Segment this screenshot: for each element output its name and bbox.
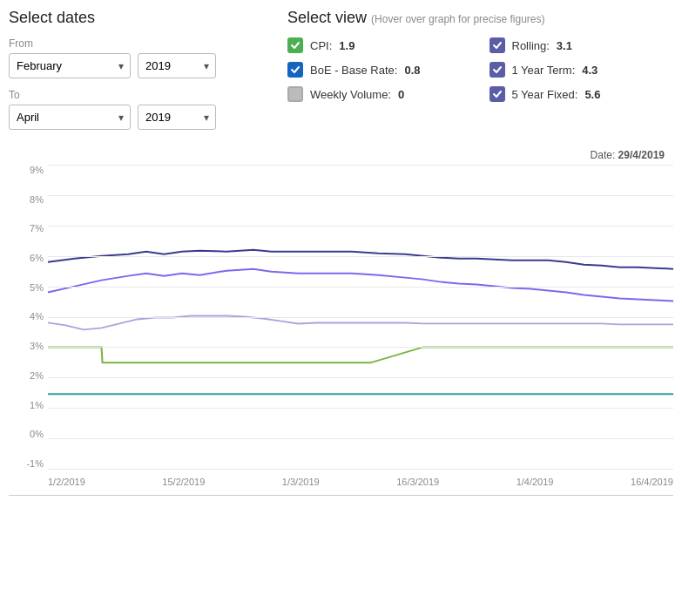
select-dates-panel: Select dates From February January March… — [9, 9, 270, 140]
from-group: From February January March April 2019 2… — [9, 37, 270, 78]
rolling-checkbox[interactable] — [490, 37, 505, 53]
5year-label: 5 Year Fixed: — [512, 88, 578, 101]
select-view-panel: Select view (Hover over graph for precis… — [287, 9, 673, 140]
x-label-2: 1/3/2019 — [282, 477, 320, 487]
x-label-5: 16/4/2019 — [631, 477, 673, 487]
indicator-1year[interactable]: 1 Year Term: 4.3 — [490, 62, 674, 78]
chart-area: Date: 29/4/2019 9% 8% 7% 6% 5% 4% 3% 2% … — [9, 149, 673, 496]
boe-checkbox[interactable] — [287, 62, 303, 78]
rolling-label: Rolling: — [512, 39, 550, 52]
x-label-0: 1/2/2019 — [48, 477, 85, 487]
boe-value: 0.8 — [404, 64, 420, 77]
chart-inner — [48, 165, 673, 469]
to-year-select[interactable]: 2019 2018 2020 — [138, 105, 216, 130]
weekly-checkbox[interactable] — [287, 86, 303, 102]
indicator-weekly[interactable]: Weekly Volume: 0 — [287, 86, 472, 102]
cpi-value: 1.9 — [339, 39, 355, 52]
x-label-3: 16/3/2019 — [396, 477, 439, 487]
1year-checkbox[interactable] — [490, 62, 505, 78]
cpi-label: CPI: — [310, 39, 332, 52]
1year-label: 1 Year Term: — [512, 64, 576, 77]
y-axis: 9% 8% 7% 6% 5% 4% 3% 2% 1% 0% -1% — [9, 165, 48, 469]
line-rolling — [48, 316, 673, 330]
line-cpi — [48, 347, 673, 362]
from-label: From — [9, 37, 270, 50]
5year-checkbox[interactable] — [490, 86, 505, 102]
indicator-boe[interactable]: BoE - Base Rate: 0.8 — [287, 62, 472, 78]
chart-date-value: 29/4/2019 — [618, 149, 665, 161]
select-view-title: Select view (Hover over graph for precis… — [287, 9, 673, 27]
to-group: To April January February March 2019 201… — [9, 89, 270, 130]
line-5year-fixed — [48, 250, 673, 269]
from-month-select[interactable]: February January March April — [9, 53, 131, 78]
weekly-value: 0 — [398, 88, 404, 101]
5year-value: 5.6 — [584, 88, 600, 101]
x-label-4: 1/4/2019 — [517, 477, 554, 487]
1year-value: 4.3 — [582, 64, 598, 77]
indicator-rolling[interactable]: Rolling: 3.1 — [490, 37, 674, 53]
from-year-select[interactable]: 2019 2018 2020 — [138, 53, 216, 78]
weekly-label: Weekly Volume: — [310, 88, 391, 101]
chart-wrapper: 9% 8% 7% 6% 5% 4% 3% 2% 1% 0% -1% — [9, 165, 673, 496]
indicators-grid: CPI: 1.9 Rolling: 3.1 BoE - Base Rate: 0… — [287, 37, 673, 102]
indicator-cpi[interactable]: CPI: 1.9 — [287, 37, 472, 53]
chart-date-display: Date: 29/4/2019 — [9, 149, 673, 161]
to-month-select[interactable]: April January February March — [9, 105, 131, 130]
x-label-1: 15/2/2019 — [162, 477, 205, 487]
to-label: To — [9, 89, 270, 101]
cpi-checkbox[interactable] — [287, 37, 303, 53]
boe-label: BoE - Base Rate: — [310, 64, 397, 77]
rolling-value: 3.1 — [557, 39, 572, 52]
x-axis: 1/2/2019 15/2/2019 1/3/2019 16/3/2019 1/… — [48, 469, 673, 495]
line-1year-term — [48, 269, 673, 301]
select-dates-title: Select dates — [9, 9, 270, 27]
indicator-5year[interactable]: 5 Year Fixed: 5.6 — [490, 86, 674, 102]
